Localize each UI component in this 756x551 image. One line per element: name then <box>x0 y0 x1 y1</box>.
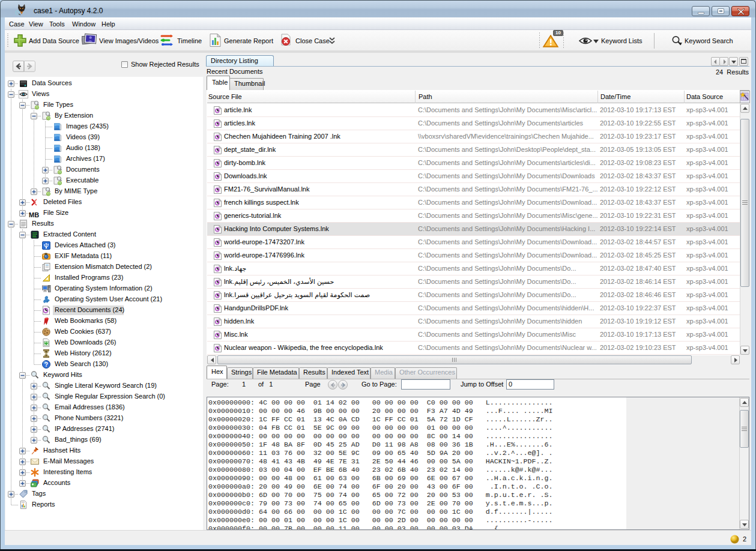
svg-text:o: o <box>59 170 61 174</box>
svg-text:o: o <box>36 106 38 109</box>
svg-text:?: ? <box>44 361 48 368</box>
svg-text:o: o <box>59 181 61 185</box>
svg-text:o: o <box>47 116 49 120</box>
svg-text:o: o <box>47 192 49 196</box>
